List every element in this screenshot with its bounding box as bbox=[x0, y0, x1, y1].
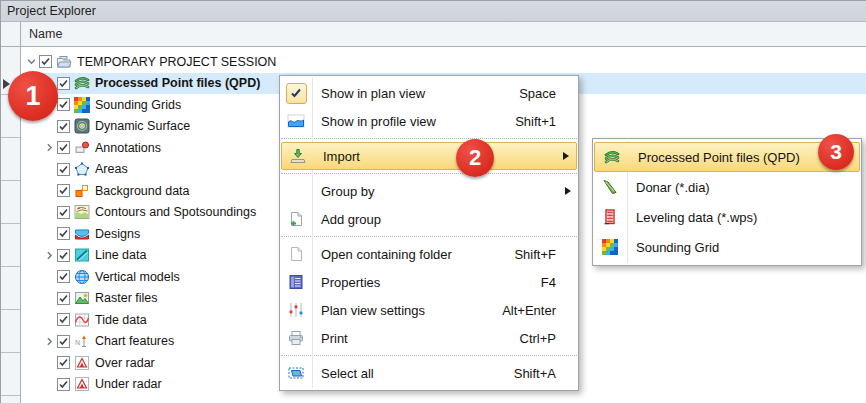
tide-data-icon bbox=[74, 312, 90, 328]
project-explorer-panel: Project Explorer Name TEMPORARY PROJECT … bbox=[0, 0, 866, 403]
item-checkbox[interactable] bbox=[57, 206, 70, 219]
menu-item-label: Show in profile view bbox=[321, 114, 436, 129]
chevron-spacer bbox=[42, 312, 57, 327]
menu-item-label: Sounding Grid bbox=[636, 240, 719, 255]
menu-item-open-containing-folder[interactable]: Open containing folder Shift+F bbox=[280, 240, 578, 268]
tree-item-label: Vertical models bbox=[95, 270, 186, 284]
printer-icon bbox=[280, 329, 312, 347]
page-plus-icon bbox=[280, 210, 312, 228]
chevron-down-icon[interactable] bbox=[24, 54, 39, 69]
submenu-item-donar[interactable]: Donar (*.dia) bbox=[593, 172, 861, 202]
chevron-right-icon[interactable] bbox=[42, 140, 57, 155]
menu-item-select-all[interactable]: Select all Shift+A bbox=[280, 359, 578, 387]
chevron-spacer bbox=[42, 183, 57, 198]
callout-badge-1: 1 bbox=[8, 71, 58, 121]
color-grid-icon bbox=[593, 239, 627, 255]
item-checkbox[interactable] bbox=[57, 77, 70, 90]
badge-number: 2 bbox=[469, 145, 481, 171]
tree-item-label: Over radar bbox=[95, 356, 161, 370]
menu-item-label: Plan view settings bbox=[321, 303, 425, 318]
tree-item-label: Background data bbox=[95, 184, 196, 198]
chevron-right-icon[interactable] bbox=[42, 334, 57, 349]
tree-item-label: Sounding Grids bbox=[95, 98, 187, 112]
chevron-spacer bbox=[42, 377, 57, 392]
vertical-models-icon bbox=[74, 269, 90, 285]
menu-item-label: Properties bbox=[321, 275, 380, 290]
menu-item-properties[interactable]: Properties F4 bbox=[280, 268, 578, 296]
row-indicator-column-header bbox=[1, 22, 21, 46]
menu-item-label: Leveling data (*.wps) bbox=[636, 210, 757, 225]
item-checkbox[interactable] bbox=[57, 227, 70, 240]
menu-item-plan-view-settings[interactable]: Plan view settings Alt+Enter bbox=[280, 296, 578, 324]
item-checkbox[interactable] bbox=[57, 313, 70, 326]
item-checkbox[interactable] bbox=[57, 249, 70, 262]
item-checkbox[interactable] bbox=[39, 55, 52, 68]
menu-item-label: Group by bbox=[321, 184, 374, 199]
chevron-right-icon[interactable] bbox=[42, 248, 57, 263]
line-data-icon bbox=[74, 247, 90, 263]
item-checkbox[interactable] bbox=[57, 163, 70, 176]
menu-item-show-in-plan-view[interactable]: Show in plan view Space bbox=[280, 79, 578, 107]
item-checkbox[interactable] bbox=[57, 292, 70, 305]
menu-item-label: Add group bbox=[321, 212, 381, 227]
submenu-item-sounding-grid[interactable]: Sounding Grid bbox=[593, 232, 861, 262]
item-checkbox[interactable] bbox=[57, 270, 70, 283]
menu-item-group-by[interactable]: Group by bbox=[280, 177, 578, 205]
qpd-swath-icon bbox=[74, 75, 90, 91]
tree-item-label: Raster files bbox=[95, 291, 164, 305]
tree-item-temporary-project-session[interactable]: TEMPORARY PROJECT SESSION bbox=[22, 51, 866, 73]
item-checkbox[interactable] bbox=[57, 335, 70, 348]
selection-marquee-icon bbox=[280, 364, 312, 382]
item-checkbox[interactable] bbox=[57, 120, 70, 133]
menu-item-label: Select all bbox=[321, 366, 374, 381]
menu-item-shortcut: Ctrl+P bbox=[520, 331, 578, 346]
tree-item-label: Under radar bbox=[95, 377, 168, 391]
chevron-spacer bbox=[42, 162, 57, 177]
properties-sheet-icon bbox=[280, 273, 312, 291]
tree-item-label: Contours and Spotsoundings bbox=[95, 205, 262, 219]
chevron-spacer bbox=[42, 119, 57, 134]
sounding-grids-icon bbox=[74, 97, 90, 113]
tree-item-label: Chart features bbox=[95, 334, 180, 348]
tree-item-label: Line data bbox=[95, 248, 152, 262]
menu-item-label: Open containing folder bbox=[321, 247, 452, 262]
item-checkbox[interactable] bbox=[57, 378, 70, 391]
chevron-spacer bbox=[42, 291, 57, 306]
tree-item-label: TEMPORARY PROJECT SESSION bbox=[77, 55, 282, 69]
menu-item-import[interactable]: Import bbox=[281, 142, 577, 170]
under-radar-icon bbox=[74, 376, 90, 392]
tree-item-label: Annotations bbox=[95, 141, 167, 155]
menu-item-shortcut: Space bbox=[519, 86, 578, 101]
callout-badge-2: 2 bbox=[456, 139, 494, 177]
menu-item-shortcut: Alt+Enter bbox=[502, 303, 578, 318]
submenu-item-leveling-data[interactable]: Leveling data (*.wps) bbox=[593, 202, 861, 232]
sliders-icon bbox=[280, 301, 312, 319]
callout-badge-3: 3 bbox=[818, 134, 854, 170]
background-data-icon bbox=[74, 183, 90, 199]
column-header: Name bbox=[1, 22, 866, 47]
dynamic-surface-icon bbox=[74, 118, 90, 134]
item-checkbox[interactable] bbox=[57, 184, 70, 197]
annotations-icon bbox=[74, 140, 90, 156]
designs-icon bbox=[74, 226, 90, 242]
areas-icon bbox=[74, 161, 90, 177]
chevron-spacer bbox=[42, 226, 57, 241]
checkmark-toggled-icon bbox=[280, 83, 312, 104]
menu-item-label: Show in plan view bbox=[321, 86, 425, 101]
context-menu: Show in plan view Space Show in profile … bbox=[279, 75, 579, 391]
chevron-spacer bbox=[42, 269, 57, 284]
menu-item-print[interactable]: Print Ctrl+P bbox=[280, 324, 578, 352]
tree-item-label: Processed Point files (QPD) bbox=[95, 76, 266, 90]
folder-open-icon bbox=[56, 54, 72, 70]
item-checkbox[interactable] bbox=[57, 141, 70, 154]
menu-separator bbox=[281, 173, 577, 174]
over-radar-icon bbox=[74, 355, 90, 371]
item-checkbox[interactable] bbox=[57, 356, 70, 369]
menu-item-add-group[interactable]: Add group bbox=[280, 205, 578, 233]
item-checkbox[interactable] bbox=[57, 98, 70, 111]
menu-item-shortcut: Shift+1 bbox=[515, 114, 578, 129]
menu-item-shortcut: F4 bbox=[541, 275, 578, 290]
qpd-swath-icon bbox=[595, 149, 629, 165]
menu-item-show-in-profile-view[interactable]: Show in profile view Shift+1 bbox=[280, 107, 578, 135]
name-column-header[interactable]: Name bbox=[29, 22, 62, 46]
